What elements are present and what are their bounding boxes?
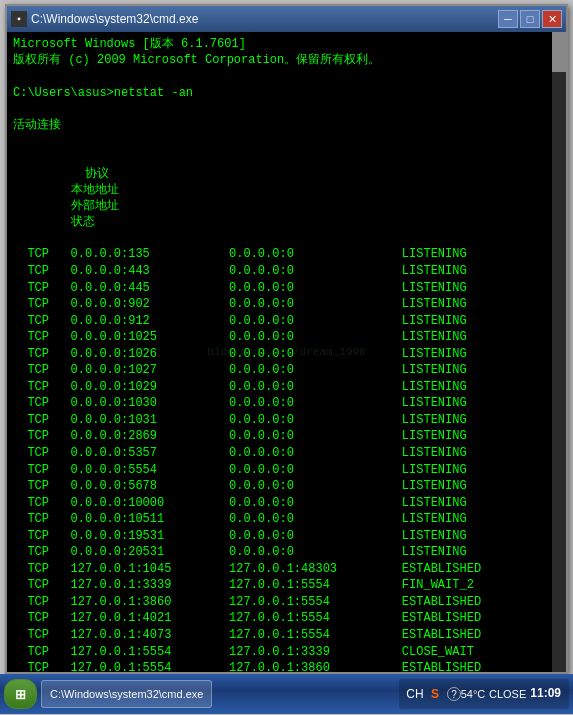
table-header: 协议 本地地址 外部地址 状态: [13, 149, 560, 246]
line-blank2: [13, 101, 560, 117]
table-row: TCP 127.0.0.1:4021 127.0.0.1:5554 ESTABL…: [13, 610, 560, 627]
start-icon: ⊞: [15, 687, 26, 702]
taskbar-app-cmd[interactable]: C:\Windows\system32\cmd.exe: [41, 680, 212, 708]
table-row: TCP 0.0.0.0:19531 0.0.0.0:0 LISTENING: [13, 528, 560, 545]
table-row: TCP 0.0.0.0:2869 0.0.0.0:0 LISTENING: [13, 428, 560, 445]
table-row: TCP 0.0.0.0:912 0.0.0.0:0 LISTENING: [13, 313, 560, 330]
table-row: TCP 0.0.0.0:902 0.0.0.0:0 LISTENING: [13, 296, 560, 313]
taskbar-right: CH S ? 54°C CLOSE 11:09: [399, 679, 569, 709]
table-row: TCP 127.0.0.1:4073 127.0.0.1:5554 ESTABL…: [13, 627, 560, 644]
cmd-output: Microsoft Windows [版本 6.1.7601] 版权所有 (c)…: [13, 36, 560, 672]
table-row: TCP 0.0.0.0:1026 0.0.0.0:0 LISTENING: [13, 346, 560, 363]
taskbar-close-label: CLOSE: [489, 688, 526, 700]
start-button[interactable]: ⊞: [4, 679, 37, 709]
table-row: TCP 127.0.0.1:5554 127.0.0.1:3860 ESTABL…: [13, 660, 560, 672]
table-row: TCP 127.0.0.1:3339 127.0.0.1:5554 FIN_WA…: [13, 577, 560, 594]
minimize-button[interactable]: ─: [498, 10, 518, 28]
window-title: C:\Windows\system32\cmd.exe: [31, 12, 498, 26]
table-row: TCP 0.0.0.0:443 0.0.0.0:0 LISTENING: [13, 263, 560, 280]
line-active: 活动连接: [13, 117, 560, 133]
table-row: TCP 0.0.0.0:1030 0.0.0.0:0 LISTENING: [13, 395, 560, 412]
taskbar: ⊞ C:\Windows\system32\cmd.exe CH S ? 54°…: [0, 674, 573, 714]
line-intro2: 版权所有 (c) 2009 Microsoft Corporation。保留所有…: [13, 52, 560, 68]
table-row: TCP 0.0.0.0:5678 0.0.0.0:0 LISTENING: [13, 478, 560, 495]
window-controls: ─ □ ✕: [498, 10, 562, 28]
table-row: TCP 0.0.0.0:1027 0.0.0.0:0 LISTENING: [13, 362, 560, 379]
line-blank1: [13, 68, 560, 84]
table-row: TCP 127.0.0.1:5554 127.0.0.1:3339 CLOSE_…: [13, 644, 560, 661]
line-cmd: C:\Users\asus>netstat -an: [13, 85, 560, 101]
line-blank3: [13, 133, 560, 149]
cmd-icon: ▪: [11, 11, 27, 27]
temp-display: 54°C: [465, 686, 481, 702]
table-row: TCP 0.0.0.0:1025 0.0.0.0:0 LISTENING: [13, 329, 560, 346]
title-bar: ▪ C:\Windows\system32\cmd.exe ─ □ ✕: [7, 6, 566, 32]
maximize-button[interactable]: □: [520, 10, 540, 28]
table-row: TCP 0.0.0.0:5357 0.0.0.0:0 LISTENING: [13, 445, 560, 462]
table-row: TCP 0.0.0.0:135 0.0.0.0:0 LISTENING: [13, 246, 560, 263]
table-row: TCP 0.0.0.0:1031 0.0.0.0:0 LISTENING: [13, 412, 560, 429]
table-row: TCP 127.0.0.1:3860 127.0.0.1:5554 ESTABL…: [13, 594, 560, 611]
help-icon: ?: [447, 687, 461, 701]
table-row: TCP 0.0.0.0:10511 0.0.0.0:0 LISTENING: [13, 511, 560, 528]
table-row: TCP 0.0.0.0:1029 0.0.0.0:0 LISTENING: [13, 379, 560, 396]
table-row: TCP 0.0.0.0:445 0.0.0.0:0 LISTENING: [13, 280, 560, 297]
cmd-window: ▪ C:\Windows\system32\cmd.exe ─ □ ✕ blog…: [5, 4, 568, 674]
ch-indicator: CH: [407, 686, 423, 702]
line-intro1: Microsoft Windows [版本 6.1.7601]: [13, 36, 560, 52]
cmd-body: blog.csdn.net/dream_1996 Microsoft Windo…: [7, 32, 566, 672]
system-clock: 11:09: [530, 686, 561, 702]
system-tray: CH S ? 54°C CLOSE 11:09: [399, 679, 569, 709]
table-row: TCP 0.0.0.0:10000 0.0.0.0:0 LISTENING: [13, 495, 560, 512]
sogou-icon: S: [427, 686, 443, 702]
clock-time: 11:09: [530, 686, 561, 702]
table-row: TCP 0.0.0.0:20531 0.0.0.0:0 LISTENING: [13, 544, 560, 561]
scrollbar-thumb[interactable]: [552, 32, 566, 72]
table-row: TCP 127.0.0.1:1045 127.0.0.1:48303 ESTAB…: [13, 561, 560, 578]
table-row: TCP 0.0.0.0:5554 0.0.0.0:0 LISTENING: [13, 462, 560, 479]
scrollbar[interactable]: [552, 32, 566, 672]
close-button[interactable]: ✕: [542, 10, 562, 28]
table-rows: TCP 0.0.0.0:135 0.0.0.0:0 LISTENING TCP …: [13, 246, 560, 672]
